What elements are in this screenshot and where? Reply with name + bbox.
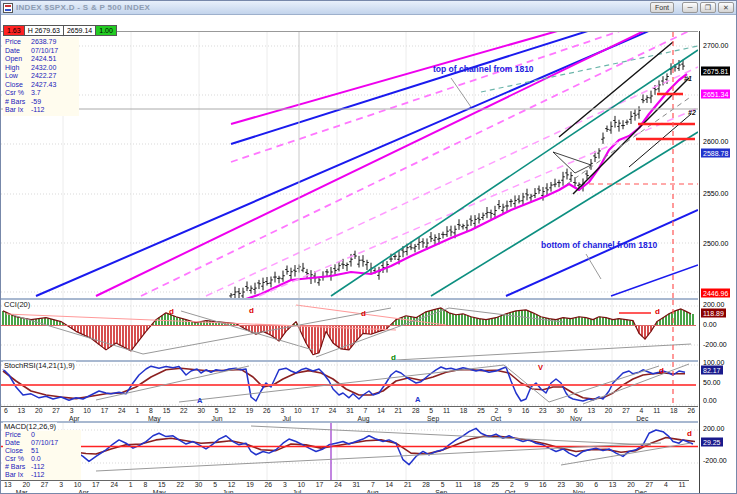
date-label: 3 xyxy=(280,407,284,415)
month-label: Oct xyxy=(505,489,516,494)
cursor-databox: Price2638.79Date07/10/17Open2424.51High2… xyxy=(3,37,79,116)
month-label: Mar xyxy=(16,489,28,494)
date-label: 31 xyxy=(353,481,361,489)
date-label: 21 xyxy=(395,407,403,415)
date-label: 3 xyxy=(70,407,74,415)
date-label: 16 xyxy=(539,481,547,489)
date-label: 9 xyxy=(525,481,529,489)
date-label: 30 xyxy=(197,407,205,415)
date-label: 14 xyxy=(377,407,385,415)
date-label: 7 xyxy=(371,481,375,489)
maximize-button[interactable]: ❐ xyxy=(700,2,716,13)
date-label: 22 xyxy=(180,407,188,415)
databox-row: Bar Ix-112 xyxy=(5,106,77,115)
axis-label: 0.00 xyxy=(701,320,719,329)
date-label: 2 xyxy=(495,407,499,415)
window-title: INDEX $SPX.D - S & P 500 INDEX xyxy=(16,3,650,12)
date-label: 13 xyxy=(609,481,617,489)
stochrsi-svg: AAVd xyxy=(1,362,698,409)
date-label: 11 xyxy=(653,407,660,415)
axis-label: 2588.78 xyxy=(701,149,730,158)
date-label: 17 xyxy=(311,407,319,415)
date-label: 10 xyxy=(83,407,91,415)
databox-row: # Bars-112 xyxy=(5,463,79,471)
date-label: 6 xyxy=(574,407,578,415)
date-label: 27 xyxy=(622,407,630,415)
date-label: 22 xyxy=(176,481,184,489)
date-label: 4 xyxy=(640,407,644,415)
date-label: 24 xyxy=(334,481,342,489)
month-label: Jun xyxy=(223,489,234,494)
close-button[interactable]: ✕ xyxy=(718,2,734,13)
axis-label: 2700.00 xyxy=(701,41,730,50)
date-label: 11 xyxy=(455,481,462,489)
title-bar[interactable]: INDEX $SPX.D - S & P 500 INDEX Font ─ ❐ … xyxy=(1,1,736,15)
quote-cell: 1.63 xyxy=(3,25,25,36)
axis-label: 2550.00 xyxy=(701,189,730,198)
month-label: Nov xyxy=(573,489,585,494)
date-label: 24 xyxy=(118,407,126,415)
date-axis-lower: 1320273101724181522305121926310172431714… xyxy=(1,480,689,494)
date-label: 10 xyxy=(294,407,302,415)
chart-annotation: A xyxy=(197,396,203,405)
date-label: 6 xyxy=(594,481,598,489)
quote-cell: 1.00 xyxy=(96,25,117,36)
date-label: 15 xyxy=(163,407,171,415)
quote-cell: 2659.14 xyxy=(64,25,96,36)
date-label: 13 xyxy=(18,407,26,415)
axis-label: 50.00 xyxy=(701,378,723,387)
databox-row: Close2427.43 xyxy=(5,81,77,90)
date-label: 30 xyxy=(576,481,584,489)
date-label: 28 xyxy=(422,481,430,489)
cci-svg: ddddd xyxy=(1,300,698,361)
date-label: 5 xyxy=(441,481,445,489)
axis-label: 2675.81 xyxy=(701,67,730,76)
date-label: 27 xyxy=(52,407,60,415)
date-label: 13 xyxy=(4,481,12,489)
month-label: Nov xyxy=(570,415,582,422)
date-label: 6 xyxy=(4,407,8,415)
macd-panel[interactable]: d xyxy=(1,421,698,481)
month-label: Dec xyxy=(636,415,648,422)
date-label: 21 xyxy=(404,481,412,489)
month-label: Aug xyxy=(366,489,378,494)
date-label: 20 xyxy=(605,407,613,415)
date-label: 18 xyxy=(460,407,468,415)
date-label: 18 xyxy=(670,407,678,415)
date-label: 16 xyxy=(522,407,530,415)
axis-label: -200.00 xyxy=(701,456,729,465)
price-chart-panel[interactable]: top of channel from 1810bottom of channe… xyxy=(1,31,698,297)
stochrsi-panel[interactable]: AAVd xyxy=(1,360,698,407)
price-chart-svg: top of channel from 1810bottom of channe… xyxy=(1,32,698,298)
date-label: 26 xyxy=(265,481,273,489)
chart-annotation: d xyxy=(361,309,366,318)
date-label: 28 xyxy=(412,407,420,415)
month-label: Apr xyxy=(78,489,89,494)
chart-annotation: d xyxy=(659,366,664,375)
date-label: 26 xyxy=(263,407,271,415)
chart-annotation: d xyxy=(249,306,254,315)
cci-panel[interactable]: ddddd xyxy=(1,298,698,359)
price-axis[interactable]: 2700.002675.812651.342600.002588.782550.… xyxy=(699,31,737,494)
minimize-button[interactable]: ─ xyxy=(682,2,698,13)
date-label: 14 xyxy=(386,481,394,489)
cci-panel-label: CCI(20) xyxy=(3,300,31,309)
month-label: Sep xyxy=(427,415,439,422)
date-label: 5 xyxy=(213,481,217,489)
date-label: 30 xyxy=(556,407,564,415)
date-label: 13 xyxy=(587,407,595,415)
month-label: Jul xyxy=(292,489,301,494)
date-label: 10 xyxy=(74,481,82,489)
date-label: 2 xyxy=(510,481,514,489)
date-axis-lower-months: MarAprMayJunJulAugSepOctNovDec xyxy=(1,489,689,494)
date-label: 11 xyxy=(679,481,686,489)
date-label: 8 xyxy=(149,407,153,415)
date-axis-upper-days: 6132027310172418152230512192631017243171… xyxy=(1,407,698,415)
axis-label: 82.17 xyxy=(701,366,723,375)
date-label: 23 xyxy=(539,407,547,415)
font-button[interactable]: Font xyxy=(650,2,674,13)
axis-label: 2600.00 xyxy=(701,137,730,146)
date-label: 17 xyxy=(101,407,109,415)
date-label: 24 xyxy=(110,481,118,489)
axis-label: 2500.00 xyxy=(701,239,730,248)
